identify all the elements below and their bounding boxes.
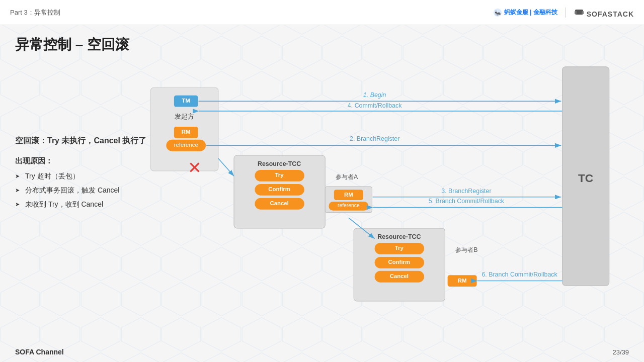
diagram-svg: TC TM 发起方 RM reference ✕ 1. Begin 4. Com… (141, 25, 619, 317)
logo-divider (566, 8, 566, 18)
footer: SOFA Channel (15, 348, 64, 356)
logo-ant: 🐜 蚂蚁金服 | 金融科技 (493, 8, 557, 17)
arrow-branch-commit-b-label: 6. Branch Commit/Rollback (481, 271, 557, 278)
rm-a-label: RM (344, 192, 353, 198)
arrow-branch-reg-2-label: 3. BranchRegister (441, 188, 491, 195)
initiator-label: 发起方 (175, 113, 194, 120)
connector-initiator-a (218, 158, 234, 176)
confirm-label-b: Confirm (388, 259, 411, 265)
resource-tcc-a-label: Resource-TCC (258, 160, 301, 167)
tm-label: TM (182, 98, 190, 104)
arrow-commit-label: 4. Commit/Rollback (348, 102, 402, 109)
arrow-begin-label: 1. Begin (363, 92, 386, 99)
ant-icon: 🐜 (493, 8, 502, 17)
arrow-branch-reg-1-label: 2. BranchRegister (350, 135, 399, 142)
svg-rect-4 (582, 11, 584, 14)
try-label-b: Try (395, 245, 404, 251)
reference-a-label: reference (338, 203, 360, 208)
rm-b-label: RM (458, 278, 467, 284)
page-number: 23/39 (612, 348, 629, 356)
reference-label-initiator: reference (174, 142, 198, 148)
svg-text:🐜: 🐜 (495, 10, 501, 16)
confirm-label-a: Confirm (268, 186, 290, 192)
sofa-icon (574, 7, 584, 17)
x-mark: ✕ (188, 158, 202, 177)
cancel-label-b: Cancel (390, 273, 409, 279)
rm-label-initiator: RM (182, 129, 191, 135)
top-bar: Part 3：异常控制 🐜 蚂蚁金服 | 金融科技 SOFASTACK (0, 0, 644, 25)
resource-tcc-b-label: Resource-TCC (377, 233, 421, 240)
tc-label: TC (578, 171, 593, 185)
arrow-branch-commit-a-label: 5. Branch Commit/Rollback (429, 198, 505, 205)
main-content: 异常控制 – 空回滚 空回滚：Try 未执行，Cancel 执行了 出现原因： … (0, 25, 644, 362)
top-bar-logos: 🐜 蚂蚁金服 | 金融科技 SOFASTACK (493, 7, 634, 18)
logo-sofa: SOFASTACK (574, 7, 634, 18)
participant-a-label: 参与者A (336, 173, 358, 180)
svg-rect-3 (575, 11, 577, 14)
participant-b-label: 参与者B (455, 246, 477, 253)
top-bar-title: Part 3：异常控制 (10, 8, 60, 17)
try-label-a: Try (275, 172, 284, 178)
cancel-label-a: Cancel (270, 200, 288, 206)
